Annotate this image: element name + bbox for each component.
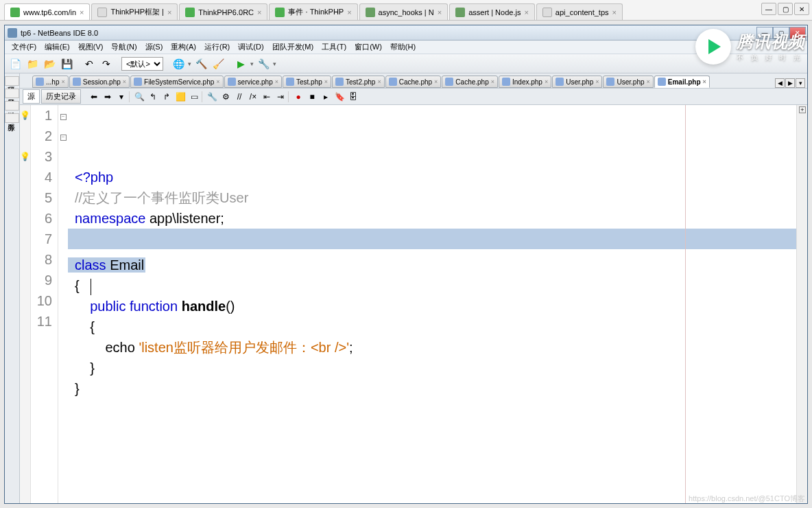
browser-close[interactable]: ✕ (794, 3, 809, 15)
error-stripe[interactable]: + (796, 105, 807, 503)
nav-fwd-icon[interactable]: ➡ (102, 91, 114, 103)
fold-handle[interactable]: − (58, 126, 68, 146)
browser-maximize[interactable]: ▢ (778, 3, 793, 15)
browser-tab-6[interactable]: api_content_tps× (536, 3, 623, 20)
file-tab-Session.php[interactable]: Session.php× (69, 76, 130, 88)
menu-团队开发[interactable]: 团队开发(M) (268, 41, 318, 54)
fold-handle[interactable]: − (58, 105, 68, 126)
sidebar-tab-2[interactable]: 共以 (5, 101, 19, 111)
menu-窗口[interactable]: 窗口(W) (350, 41, 386, 54)
close-icon[interactable]: × (216, 78, 219, 85)
browser-tab-1[interactable]: ThinkPHP框架 |× (91, 3, 178, 20)
browser-tab-2[interactable]: ThinkPHP6.0RC× (179, 3, 267, 20)
format-icon[interactable]: ⚙ (219, 91, 232, 103)
menu-调试[interactable]: 调试(D) (234, 41, 267, 54)
build-icon[interactable]: 🔨 (193, 56, 208, 71)
shift-left-icon[interactable]: ⇤ (261, 91, 273, 103)
close-icon[interactable]: × (61, 78, 64, 85)
history-view-button[interactable]: 历史记录 (41, 89, 81, 104)
run-icon[interactable]: ▶ (233, 56, 248, 71)
tab-scroll-right[interactable]: ▶ (785, 78, 795, 88)
menu-编辑[interactable]: 编辑(E) (40, 41, 74, 54)
file-tab-Email.php[interactable]: Email.php× (654, 76, 710, 88)
file-tab-Test2.php[interactable]: Test2.php× (332, 76, 385, 88)
find-prev-icon[interactable]: ↰ (147, 91, 159, 103)
file-tab-User.php[interactable]: User.php× (603, 76, 653, 88)
file-tab-service.php[interactable]: service.php× (224, 76, 282, 88)
close-icon[interactable]: × (257, 8, 261, 16)
code-line[interactable]: //定义了一个事件监听类User (75, 187, 807, 208)
close-icon[interactable]: × (167, 8, 171, 16)
close-icon[interactable]: × (524, 8, 528, 16)
browser-tab-5[interactable]: assert | Node.js× (449, 3, 535, 20)
file-tab-Index.php[interactable]: Index.php× (499, 76, 551, 88)
selection-icon[interactable]: ▭ (188, 91, 200, 103)
file-tab-FileSystemService.php[interactable]: FileSystemService.php× (130, 76, 224, 88)
ide-minimize[interactable]: — (756, 27, 773, 39)
close-icon[interactable]: × (80, 8, 84, 16)
source-view-button[interactable]: 源 (23, 89, 40, 104)
sidebar-tab-3[interactable]: 服务 (5, 113, 19, 123)
undo-icon[interactable]: ↶ (82, 56, 97, 71)
close-icon[interactable]: × (612, 8, 617, 16)
highlight-icon[interactable]: 🟨 (174, 91, 187, 103)
browser-tab-3[interactable]: 事件 · ThinkPHP× (269, 3, 357, 20)
code-line[interactable]: { (75, 316, 807, 337)
code-line[interactable]: { (75, 275, 807, 296)
close-icon[interactable]: × (703, 78, 706, 85)
file-tab-...hp[interactable]: ...hp× (32, 76, 69, 88)
tab-scroll-left[interactable]: ◀ (775, 78, 785, 88)
ide-close[interactable]: ✕ (789, 27, 806, 39)
close-icon[interactable]: × (438, 8, 442, 16)
menu-帮助[interactable]: 帮助(H) (386, 41, 420, 54)
menu-源[interactable]: 源(S) (141, 41, 167, 54)
browser-minimize[interactable]: — (761, 3, 776, 15)
ide-maximize[interactable]: ▢ (773, 27, 789, 39)
code-line[interactable] (68, 229, 800, 249)
code-line[interactable]: namespace app\listener; (75, 208, 807, 229)
shift-right-icon[interactable]: ⇥ (274, 91, 287, 103)
db-icon[interactable]: 🗄 (347, 91, 359, 103)
redo-icon[interactable]: ↷ (99, 56, 114, 71)
browser-tab-0[interactable]: www.tp6.com/in× (4, 3, 90, 20)
bookmark-icon[interactable]: 🔖 (333, 91, 346, 103)
menu-工具[interactable]: 工具(T) (318, 41, 350, 54)
close-icon[interactable]: × (123, 78, 126, 85)
stop-macro-icon[interactable]: ■ (306, 91, 318, 103)
close-icon[interactable]: × (491, 78, 494, 85)
code-line[interactable]: <?php (75, 167, 807, 187)
find-icon[interactable]: 🔍 (133, 91, 145, 103)
dropdown-icon[interactable]: ▾ (115, 91, 128, 103)
close-icon[interactable]: × (324, 78, 328, 85)
menu-重构[interactable]: 重构(A) (167, 41, 200, 54)
close-icon[interactable]: × (545, 78, 548, 85)
code-line[interactable]: echo 'listen监听器给用户发邮件：<br />'; (75, 337, 807, 358)
debug-icon[interactable]: 🔧 (256, 56, 271, 71)
uncomment-icon[interactable]: /× (247, 91, 259, 103)
menu-导航[interactable]: 导航(N) (107, 41, 141, 54)
close-icon[interactable]: × (347, 8, 351, 16)
code-line[interactable]: class Email (75, 255, 807, 275)
clean-build-icon[interactable]: 🧹 (211, 56, 226, 71)
menu-视图[interactable]: 视图(V) (74, 41, 108, 54)
nav-back-icon[interactable]: ⬅ (88, 91, 100, 103)
play-macro-icon[interactable]: ▸ (320, 91, 332, 103)
file-tab-Cache.php[interactable]: Cache.php× (385, 76, 442, 88)
close-icon[interactable]: × (275, 78, 278, 85)
file-tab-Cache.php[interactable]: Cache.php× (442, 76, 498, 88)
find-next-icon[interactable]: ↱ (160, 91, 173, 103)
globe-icon[interactable]: 🌐 (171, 56, 186, 71)
config-select[interactable]: <默认> (121, 57, 163, 71)
new-file-icon[interactable]: 📄 (8, 56, 23, 71)
close-icon[interactable]: × (647, 78, 650, 85)
save-all-icon[interactable]: 💾 (59, 56, 74, 71)
file-tab-Test.php[interactable]: Test.php× (283, 76, 331, 88)
browser-tab-4[interactable]: async_hooks | N× (359, 3, 449, 20)
open-icon[interactable]: 📂 (42, 56, 57, 71)
sidebar-tab-0[interactable]: 项目 (5, 76, 19, 86)
close-icon[interactable]: × (595, 78, 599, 85)
menu-运行[interactable]: 运行(R) (200, 41, 234, 54)
code-line[interactable]: } (75, 358, 807, 378)
tab-list[interactable]: ▾ (796, 78, 805, 88)
close-icon[interactable]: × (434, 78, 438, 85)
